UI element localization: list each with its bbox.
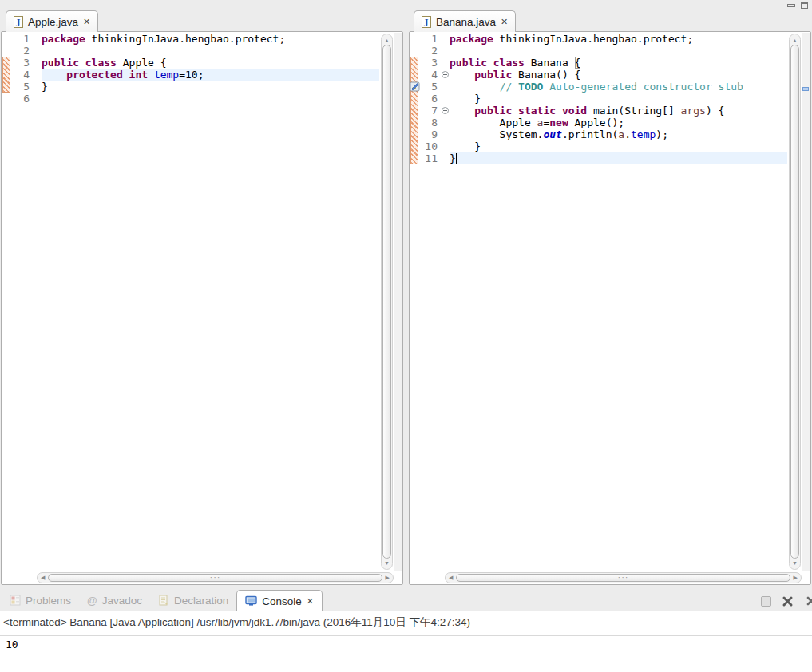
maximize-icon[interactable] <box>801 2 808 9</box>
tab-label: Javadoc <box>102 595 142 607</box>
scroll-left-icon[interactable]: ◀ <box>449 575 453 581</box>
scroll-up-icon[interactable]: ▲ <box>790 38 800 43</box>
line-number-gutter[interactable]: 1234567891011 <box>420 33 441 571</box>
tab-apple-java[interactable]: J Apple.java ✕ <box>6 10 98 32</box>
vertical-scrollbar[interactable]: ▲ ▼ <box>789 34 801 570</box>
overview-ruler[interactable] <box>802 33 810 571</box>
scrollbar-thumb[interactable] <box>48 574 382 582</box>
tab-label: Console <box>262 595 302 607</box>
code-line[interactable]: // TODO Auto-generated constructor stub <box>450 81 787 93</box>
close-icon[interactable]: ✕ <box>501 18 508 26</box>
overview-task-marker[interactable] <box>802 87 809 91</box>
console-output[interactable]: 10 <box>0 636 812 653</box>
tab-problems[interactable]: Problems <box>2 589 79 611</box>
scroll-right-icon[interactable]: ▶ <box>794 575 798 581</box>
problems-icon <box>10 595 21 606</box>
annotation-ruler[interactable] <box>2 33 12 571</box>
code-line[interactable] <box>42 93 379 105</box>
line-number: 3 <box>12 57 33 69</box>
console-view: <terminated> Banana [Java Application] /… <box>0 611 812 672</box>
horizontal-scrollbar[interactable]: ◀ ▶ <box>37 572 394 583</box>
editor-pane-banana: J Banana.java ✕ 1234567891011 package th… <box>409 2 811 585</box>
scroll-left-icon[interactable]: ◀ <box>41 575 45 581</box>
code-line[interactable]: } <box>42 81 379 93</box>
code-line[interactable]: public class Banana { <box>450 57 787 69</box>
tab-label: Apple.java <box>28 16 78 28</box>
editor-body: 1234567891011 package thinkingInJava.hen… <box>409 31 811 585</box>
tab-javadoc[interactable]: @ Javadoc <box>79 589 150 611</box>
line-number: 9 <box>420 128 441 140</box>
code-area[interactable]: package thinkingInJava.hengbao.protect;p… <box>450 33 787 571</box>
remove-launch-button[interactable] <box>782 595 794 607</box>
code-line[interactable]: public Banana() { <box>450 69 787 81</box>
code-line[interactable]: package thinkingInJava.hengbao.protect; <box>42 33 379 45</box>
code-line[interactable]: } <box>450 140 787 152</box>
code-line[interactable]: } <box>450 152 787 164</box>
close-icon[interactable]: ✕ <box>307 597 314 606</box>
java-file-icon: J <box>14 16 23 28</box>
console-icon <box>245 595 257 607</box>
scrollbar-thumb[interactable] <box>790 45 799 559</box>
overview-ruler[interactable] <box>394 33 402 571</box>
folding-ruler[interactable] <box>33 33 42 571</box>
tab-banana-java[interactable]: J Banana.java ✕ <box>414 10 516 32</box>
text-caret <box>456 153 457 164</box>
declaration-icon <box>158 595 169 606</box>
code-line[interactable]: package thinkingInJava.hengbao.protect; <box>450 33 787 45</box>
folding-ruler[interactable] <box>441 33 450 571</box>
range-indicator-marker <box>410 57 418 164</box>
minimize-icon[interactable] <box>787 4 795 7</box>
tab-declaration[interactable]: Declaration <box>150 589 236 611</box>
tab-console[interactable]: Console ✕ <box>236 590 323 611</box>
code-line[interactable]: protected int temp=10; <box>42 69 379 81</box>
line-number: 1 <box>420 33 441 45</box>
code-line[interactable] <box>450 45 787 57</box>
console-status-line: <terminated> Banana [Java Application] /… <box>0 611 812 636</box>
task-marker-icon[interactable] <box>410 81 420 94</box>
line-number: 3 <box>420 57 441 69</box>
code-line[interactable]: Apple a=new Apple(); <box>450 117 787 128</box>
line-number: 8 <box>420 117 441 128</box>
collapse-icon[interactable] <box>442 107 449 114</box>
tab-label: Declaration <box>174 595 228 607</box>
java-file-icon: J <box>422 16 431 28</box>
eclipse-workbench: { "colors": { "keyword": "#7B0052", "fie… <box>0 0 812 672</box>
tab-label: Banana.java <box>436 16 496 28</box>
line-number: 4 <box>12 69 33 81</box>
code-line[interactable]: System.out.println(a.temp); <box>450 128 787 140</box>
javadoc-icon: @ <box>87 595 97 607</box>
scrollbar-thumb[interactable] <box>456 574 790 582</box>
scroll-up-icon[interactable]: ▲ <box>382 38 392 43</box>
scroll-down-icon[interactable]: ▼ <box>382 560 392 566</box>
range-indicator-marker <box>2 57 10 93</box>
vertical-scrollbar[interactable]: ▲ ▼ <box>381 34 393 570</box>
horizontal-scrollbar[interactable]: ◀ ▶ <box>445 572 802 583</box>
code-line[interactable]: public static void main(String[] args) { <box>450 105 787 117</box>
code-line[interactable]: } <box>450 93 787 105</box>
editor-body: 123456 package thinkingInJava.hengbao.pr… <box>1 31 403 585</box>
line-number: 4 <box>420 69 441 81</box>
annotation-ruler[interactable] <box>410 33 420 571</box>
code-line[interactable] <box>42 45 379 57</box>
remove-all-terminated-button[interactable] <box>804 595 812 607</box>
line-number: 6 <box>12 93 33 105</box>
line-number: 11 <box>420 152 441 164</box>
line-number: 7 <box>420 105 441 117</box>
bottom-view-tabbar: Problems @ Javadoc Declaration Console ✕ <box>2 589 812 611</box>
scroll-down-icon[interactable]: ▼ <box>790 560 800 566</box>
line-number: 5 <box>12 81 33 93</box>
tab-folder-controls <box>787 2 808 9</box>
code-line[interactable]: public class Apple { <box>42 57 379 69</box>
console-toolbar <box>761 595 812 607</box>
code-area[interactable]: package thinkingInJava.hengbao.protect;p… <box>42 33 379 571</box>
collapse-icon[interactable] <box>442 71 449 78</box>
terminate-button[interactable] <box>761 596 771 607</box>
line-number: 2 <box>12 45 33 57</box>
line-number: 6 <box>420 93 441 105</box>
line-number: 2 <box>420 45 441 57</box>
close-icon[interactable]: ✕ <box>83 18 90 26</box>
scrollbar-thumb[interactable] <box>382 45 391 559</box>
line-number-gutter[interactable]: 123456 <box>12 33 33 571</box>
scroll-right-icon[interactable]: ▶ <box>386 575 390 581</box>
tab-label: Problems <box>26 595 71 607</box>
